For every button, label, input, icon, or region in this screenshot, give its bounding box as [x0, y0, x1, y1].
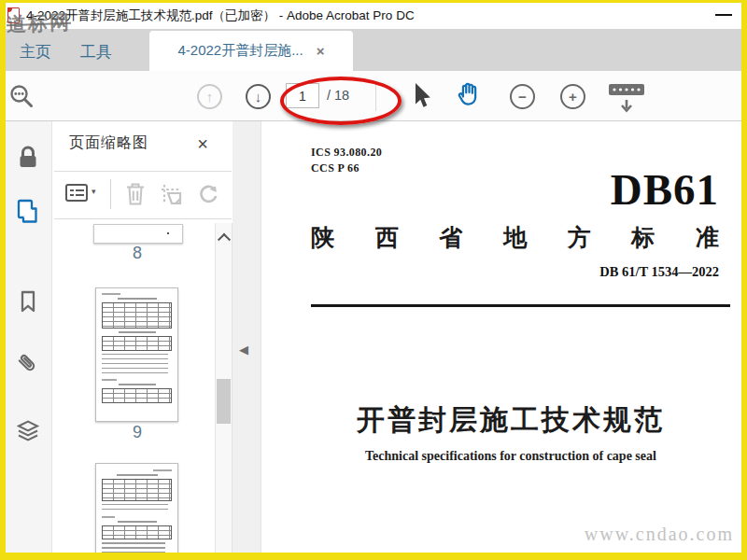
doc-ics-code: ICS 93.080.20: [311, 146, 382, 160]
scrollbar-thumb[interactable]: [217, 379, 231, 424]
minimize-icon: [715, 14, 732, 16]
tab-document-label: 4-2022开普封层施...: [178, 42, 303, 60]
window-border-top: [0, 0, 747, 3]
region-char: 地: [503, 222, 527, 253]
search-icon[interactable]: [8, 83, 36, 111]
layers-icon: [15, 417, 41, 443]
panel-toolbar-separator: [110, 179, 111, 209]
attachments-panel-button[interactable]: [13, 349, 43, 381]
collapse-panel-button[interactable]: ◀: [239, 343, 248, 357]
window-title: 4-2022开普封层施工技术规范.pdf（已加密） - Adobe Acroba…: [26, 3, 415, 29]
thumbnail-label-8: 8: [88, 244, 187, 263]
cursor-arrow-icon: [416, 83, 430, 107]
tab-tools[interactable]: 工具: [67, 34, 125, 71]
doc-standard-name: 陕 西 省 地 方 标 准: [311, 222, 719, 253]
previous-page-button[interactable]: ↑: [197, 84, 222, 109]
up-arrow-icon: ↑: [206, 89, 214, 105]
panel-title: 页面缩略图: [69, 133, 148, 153]
region-char: 标: [631, 222, 655, 253]
region-char: 陕: [311, 222, 334, 253]
rotate-icon: [202, 186, 217, 201]
doc-ccs-code: CCS P 66: [311, 161, 359, 175]
panel-close-button[interactable]: ×: [190, 132, 215, 156]
lock-icon: [15, 144, 41, 172]
chevron-up-icon: [217, 233, 230, 246]
paperclip-icon: [15, 351, 41, 379]
zoom-level-dropdown[interactable]: [607, 82, 646, 116]
tab-document[interactable]: 4-2022开普封层施... ×: [149, 31, 353, 71]
select-tool-button[interactable]: [409, 81, 433, 111]
delete-page-button[interactable]: [123, 180, 148, 208]
thumbnail-options-button[interactable]: ▾: [65, 183, 103, 205]
doc-title: 开普封层施工技术规范: [280, 401, 741, 440]
crop-pages-button[interactable]: [159, 182, 185, 206]
thumbnail-page-9[interactable]: [95, 287, 178, 422]
window-border-right: [741, 0, 747, 560]
region-char: 方: [568, 222, 591, 253]
bookmark-icon: [15, 288, 41, 315]
panel-gutter: [233, 121, 261, 553]
window-border-left: [0, 0, 6, 560]
close-icon: ×: [197, 133, 208, 155]
panel-divider: [54, 218, 232, 219]
options-list-icon: [65, 184, 88, 202]
doc-subtitle: Technical specifications for constructio…: [280, 449, 741, 464]
region-char: 准: [696, 222, 719, 253]
acrobat-window: 4-2022开普封层施工技术规范.pdf（已加密） - Adobe Acroba…: [0, 0, 747, 560]
zoom-display-icon: [609, 84, 644, 111]
layers-panel-button[interactable]: [13, 414, 43, 446]
zoom-in-button[interactable]: +: [560, 84, 585, 109]
window-border-bottom: [0, 553, 747, 560]
next-page-button[interactable]: ↓: [246, 84, 271, 109]
tab-home[interactable]: 主页: [9, 34, 62, 71]
region-char: 西: [375, 222, 399, 253]
pages-icon: [14, 197, 42, 227]
hand-icon: [459, 84, 475, 105]
thumbnail-page-8[interactable]: [93, 224, 183, 244]
site-watermark: 道标网: [7, 9, 72, 37]
security-panel-button[interactable]: [13, 142, 43, 174]
thumbnail-label-9: 9: [88, 423, 187, 442]
navigation-rail: [6, 121, 52, 553]
minus-icon: −: [518, 89, 527, 105]
doc-standard-number: DB 61/T 1534—2022: [420, 264, 719, 280]
crop-icon: [162, 185, 180, 203]
thumbnail-page-10[interactable]: [95, 463, 178, 553]
scrollbar-up-button[interactable]: [215, 228, 233, 246]
page-thumbnails-panel-button[interactable]: [13, 196, 43, 228]
bookmarks-panel-button[interactable]: [13, 286, 43, 317]
rotate-page-button[interactable]: [194, 180, 220, 208]
title-bar: 4-2022开普封层施工技术规范.pdf（已加密） - Adobe Acroba…: [6, 3, 741, 29]
trash-icon: [127, 185, 144, 204]
doc-watermark: www.cndao.com: [448, 524, 734, 545]
tab-close-icon[interactable]: ×: [317, 43, 325, 59]
doc-db61-logo: DB61: [420, 166, 719, 215]
zoom-out-button[interactable]: −: [510, 84, 535, 109]
down-arrow-icon: ↓: [255, 89, 262, 105]
minimize-button[interactable]: [708, 3, 740, 27]
tab-bar: 主页 工具 4-2022开普封层施... ×: [6, 29, 741, 71]
chevron-down-icon: ▾: [92, 187, 96, 196]
hand-tool-button[interactable]: [454, 80, 484, 110]
region-char: 省: [439, 222, 462, 253]
red-circle-annotation: [280, 77, 402, 125]
panel-divider: [54, 171, 232, 172]
doc-horizontal-rule: [311, 304, 730, 307]
plus-icon: +: [569, 89, 577, 105]
